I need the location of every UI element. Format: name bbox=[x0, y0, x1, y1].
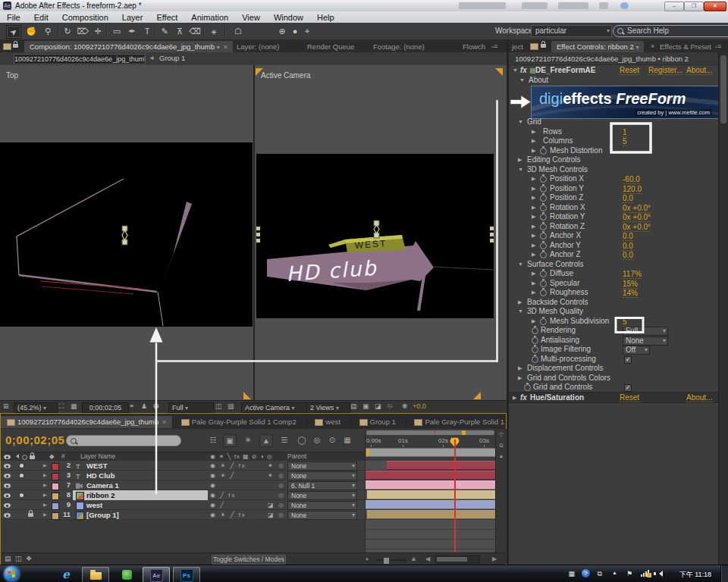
effect-parameter-row[interactable]: Mesh Subdivision 5 bbox=[509, 317, 728, 327]
viewer-divider[interactable] bbox=[253, 65, 255, 400]
effect-parameter-row[interactable]: Anchor X 0.0 bbox=[509, 231, 728, 241]
stopwatch-icon[interactable] bbox=[540, 214, 547, 221]
taskbar-explorer[interactable] bbox=[82, 567, 109, 582]
scrollbar-thumb[interactable] bbox=[720, 55, 726, 124]
checkbox[interactable]: ✓ bbox=[624, 384, 632, 392]
stopwatch-icon[interactable] bbox=[532, 356, 538, 363]
horizontal-scrollbar[interactable] bbox=[435, 555, 480, 564]
auto-keyframe-icon[interactable]: ◎ bbox=[311, 434, 323, 446]
parameter-value[interactable]: 1 bbox=[623, 128, 627, 137]
tab-composition[interactable]: Composition: 100927210776d4026c9c4dae6e_… bbox=[24, 41, 233, 52]
magnification-dropdown[interactable]: (45.2%) ▾ bbox=[14, 402, 58, 413]
parent-dropdown[interactable]: 6. Null 1▾ bbox=[287, 481, 357, 490]
menu-help[interactable]: Help bbox=[310, 11, 341, 23]
disclosure-triangle[interactable] bbox=[532, 212, 535, 222]
effect-parameter-row[interactable]: Surface Controls bbox=[509, 260, 728, 270]
layer-switches[interactable]: ◉ ☀ ╱ bbox=[210, 471, 235, 480]
hue-saturation-effect-header[interactable]: ▶ fx Hue/Saturation Reset About... bbox=[509, 392, 728, 403]
parameter-value[interactable]: 120.0 bbox=[623, 185, 642, 194]
stopwatch-icon[interactable] bbox=[540, 280, 547, 287]
graph-editor-icon2[interactable]: ▦ bbox=[341, 434, 353, 446]
parameter-value[interactable]: 0.0 bbox=[623, 251, 633, 260]
region-of-interest-icon[interactable]: ◫ bbox=[215, 402, 222, 410]
solo-icon[interactable] bbox=[20, 493, 24, 497]
zoom-slider-thumb[interactable] bbox=[383, 557, 390, 565]
taskbar-ie[interactable]: e bbox=[53, 567, 79, 581]
work-area-start-handle[interactable] bbox=[366, 449, 369, 456]
layer-row[interactable]: ▶ 2 WEST ◉ ☀ ╱ fx ✦ ◎ None▾ bbox=[1, 461, 365, 471]
disclosure-triangle[interactable] bbox=[518, 364, 522, 374]
disclosure-triangle[interactable] bbox=[532, 231, 535, 241]
parent-dropdown[interactable]: None▾ bbox=[287, 501, 357, 510]
pickwhip-icon[interactable]: ◎ bbox=[278, 510, 284, 520]
exposure-icon[interactable]: ❋ bbox=[402, 402, 408, 410]
tab-render-queue[interactable]: Render Queue bbox=[302, 41, 359, 52]
timeline-graph[interactable]: 0:00s 01s 02s 03s bbox=[365, 429, 496, 564]
effect-parameter-row[interactable]: Displacement Controls bbox=[509, 364, 728, 374]
snapshot-icon[interactable]: ⚭ bbox=[129, 402, 135, 410]
effect-parameter-row[interactable]: Grid and Controls Colors bbox=[509, 374, 728, 383]
keyboard-icon[interactable]: ▦ bbox=[568, 570, 575, 577]
rotate-tool[interactable]: ↻ bbox=[61, 25, 74, 37]
channels-icon[interactable]: ❂ bbox=[153, 402, 159, 410]
layer-switches[interactable]: ◉ bbox=[210, 480, 217, 490]
transparency-grid-icon[interactable]: ▨ bbox=[228, 402, 234, 410]
timeline-tab[interactable]: Pale Gray-Purple Solid 1 Comp1 bbox=[408, 416, 506, 428]
expand-arrow-icon[interactable]: ▶ bbox=[43, 471, 47, 480]
brainstorm-icon[interactable]: ◯ bbox=[296, 434, 308, 446]
scroll-left-icon[interactable]: ◀ bbox=[425, 555, 430, 562]
disclosure-triangle[interactable] bbox=[532, 250, 535, 260]
layer-row[interactable]: ▶ 3 HD Club ◉ ☀ ╱ ✦ ◎ None▾ bbox=[1, 471, 365, 480]
parameter-value[interactable]: -60.0 bbox=[623, 175, 640, 184]
view-layout-dropdown[interactable]: 2 Views ▾ bbox=[306, 402, 350, 413]
disclosure-triangle[interactable] bbox=[532, 136, 535, 146]
effect-parameter-row[interactable]: Position Y 120.0 bbox=[509, 184, 728, 194]
lock-column-icon[interactable] bbox=[30, 455, 35, 459]
disclosure-triangle[interactable] bbox=[532, 203, 535, 213]
timeline-search-input[interactable] bbox=[66, 435, 181, 446]
layer-row[interactable]: ▶ 8 ribbon 2 ◉ ╱ fx ◎ None▾ bbox=[1, 490, 365, 500]
taskbar-media-app[interactable] bbox=[114, 567, 140, 581]
effect-parameter-row[interactable]: Diffuse 117% bbox=[509, 269, 728, 279]
pan-behind-tool[interactable]: ✛ bbox=[91, 25, 105, 37]
effect-parameter-row[interactable]: Mesh Distortion bbox=[509, 146, 728, 156]
workspace-dropdown[interactable]: particular▾ bbox=[531, 25, 612, 37]
expand-arrow-icon[interactable]: ▶ bbox=[43, 461, 47, 471]
breadcrumb-comp[interactable]: 100927210776d4026c9c4dae6e_jpg_thumb bbox=[14, 54, 146, 64]
stopwatch-icon[interactable] bbox=[532, 337, 538, 344]
close-icon[interactable]: × bbox=[162, 418, 166, 426]
tab-layer[interactable]: Layer: (none) bbox=[231, 41, 285, 52]
eye-icon[interactable] bbox=[4, 464, 11, 468]
disclosure-triangle[interactable] bbox=[532, 174, 535, 184]
effect-parameter-row[interactable]: Position Z 0.0 bbox=[509, 193, 728, 203]
label-color-swatch[interactable] bbox=[52, 493, 59, 500]
pickwhip-icon[interactable]: ◎ bbox=[278, 480, 284, 490]
camera-icon[interactable]: ⧉ bbox=[496, 443, 507, 449]
brush-tool[interactable]: ✎ bbox=[158, 25, 171, 37]
timeline-tab[interactable]: Group 1 bbox=[353, 416, 406, 428]
disclosure-triangle[interactable] bbox=[532, 184, 535, 194]
label-color-swatch[interactable] bbox=[52, 463, 59, 471]
timeline-tab[interactable]: 100927210776d4026c9c4dae6e_jpg_thumb× bbox=[1, 416, 173, 428]
stopwatch-icon[interactable] bbox=[540, 224, 547, 230]
pixel-aspect-icon[interactable]: ▤ bbox=[350, 402, 357, 410]
comp-marker-icon[interactable]: ▽ bbox=[496, 432, 507, 438]
action-center-flag-icon[interactable]: ⚑ bbox=[626, 570, 632, 577]
effect-parameter-row[interactable]: Rotation Z 0x +0.0° bbox=[509, 222, 728, 232]
tab-flowchart[interactable]: Flowch bbox=[457, 41, 491, 52]
layer-switches[interactable]: ◉ ☀ ╱ fx bbox=[210, 510, 246, 520]
mask-shape-tool[interactable]: ▭ bbox=[110, 25, 124, 37]
composition-mini-flowchart-icon[interactable]: ☷ bbox=[207, 434, 219, 446]
parameter-value[interactable]: 0x +0.0° bbox=[623, 213, 651, 222]
panel-menu-icon[interactable]: ⹀≡ bbox=[715, 42, 721, 51]
parameter-value[interactable]: 0.0 bbox=[623, 242, 633, 251]
stopwatch-icon[interactable] bbox=[524, 384, 531, 391]
effect-parameter-row[interactable]: Specular 15% bbox=[509, 279, 728, 289]
minimize-button[interactable]: – bbox=[664, 2, 684, 11]
expand-arrow-icon[interactable]: ▶ bbox=[43, 490, 47, 500]
layer-name-column[interactable]: Layer Name bbox=[80, 452, 115, 461]
disclosure-triangle[interactable] bbox=[532, 127, 535, 137]
parameter-value[interactable]: 0.0 bbox=[623, 232, 633, 241]
disclosure-triangle[interactable]: ▼ bbox=[519, 77, 525, 83]
toggle-switches-modes-button[interactable]: Toggle Switches / Modes bbox=[212, 555, 286, 565]
